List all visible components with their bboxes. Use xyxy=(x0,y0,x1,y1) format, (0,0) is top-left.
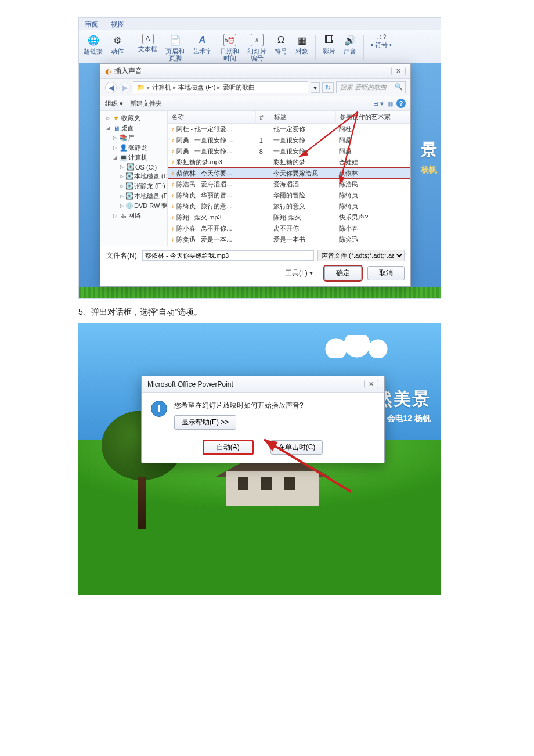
ribbon-symbol[interactable]: Ω 符号 xyxy=(272,34,290,62)
dialog-toolbar: 组织 ▾ 新建文件夹 ⊟ ▾ ▥ ? xyxy=(100,96,410,111)
dialog-question: 您希望在幻灯片放映时如何开始播放声音? xyxy=(174,401,375,411)
audio-file-icon: ♪ xyxy=(171,192,175,199)
tools-menu[interactable]: 工具(L) ▾ xyxy=(285,268,313,278)
symbol-icon: Ω xyxy=(275,34,287,46)
col-artist[interactable]: 参与创作的艺术家 xyxy=(335,111,410,124)
audio-file-icon: ♪ xyxy=(171,225,175,232)
col-title[interactable]: 标题 xyxy=(270,111,335,124)
forward-button[interactable]: ▶ xyxy=(119,82,131,93)
col-name[interactable]: 名称 xyxy=(168,111,256,124)
col-num[interactable]: # xyxy=(256,111,270,124)
file-row[interactable]: ♪陈小春 - 离不开你...离不开你陈小春 xyxy=(168,223,410,234)
cancel-button[interactable]: 取消 xyxy=(367,266,405,280)
refresh-button[interactable]: ↻ xyxy=(322,82,334,93)
file-row[interactable]: ♪阿杜 - 他一定很爱...他一定爱你阿杜 xyxy=(168,124,410,135)
ribbon-movie[interactable]: 🎞 影片 xyxy=(320,34,338,62)
folder-tree[interactable]: ▷★收藏夹◢🖥桌面▷📚库▷👤张静龙◢💻计算机▷💽OS (C:)▷💽本地磁盘 (D… xyxy=(100,111,168,246)
ribbon-action[interactable]: ⚙ 动作 xyxy=(109,34,126,62)
auto-button[interactable]: 自动(A) xyxy=(203,440,253,455)
tree-node[interactable]: ▷👤张静龙 xyxy=(102,143,166,153)
audio-file-icon: ♪ xyxy=(171,147,175,154)
help-icon[interactable]: ? xyxy=(396,99,406,108)
new-folder-button[interactable]: 新建文件夹 xyxy=(130,99,162,108)
audio-file-icon: ♪ xyxy=(171,159,175,165)
on-click-button[interactable]: 在单击时(C) xyxy=(270,440,323,455)
ribbon-datetime[interactable]: 5⏰ 日期和 时间 xyxy=(218,34,241,62)
action-icon: ⚙ xyxy=(111,34,124,46)
audio-file-icon: ♪ xyxy=(171,214,175,221)
slide-subtitle: : 会电12 杨帆 xyxy=(382,413,431,424)
file-row[interactable]: ♪阿桑 - 一直很安静 ...1一直很安静阿桑 xyxy=(168,135,410,146)
file-row[interactable]: ♪陈翔 - 烟火.mp3陈翔-烟火快乐男声? xyxy=(168,212,410,223)
insert-sound-dialog: ◐ 插入声音 ✕ ◀ ▶ 📁 计算机 本地磁盘 (F:) 爱听的歌曲 ▾ ↻ xyxy=(100,63,411,287)
cloud-decoration xyxy=(322,335,392,358)
dialog-title: Microsoft Office PowerPoint xyxy=(147,380,233,388)
tree-node[interactable]: ▷💽本地磁盘 (F:) xyxy=(102,191,166,201)
filename-label: 文件名(N): xyxy=(106,251,139,261)
file-list[interactable]: 名称 # 标题 参与创作的艺术家 ♪阿杜 - 他一定很爱...他一定爱你阿杜♪阿… xyxy=(168,111,410,246)
dialog-titlebar: ◐ 插入声音 ✕ xyxy=(100,64,410,79)
audio-file-icon: ♪ xyxy=(171,136,175,143)
search-icon: 🔍 xyxy=(395,83,403,91)
ribbon-sound[interactable]: 🔊 声音 xyxy=(341,34,359,62)
tab-view[interactable]: 视图 xyxy=(111,20,125,28)
tree-node[interactable]: ▷★收藏夹 xyxy=(102,113,166,123)
grass-decoration xyxy=(79,287,441,298)
file-row[interactable]: ♪陈绮贞 - 华丽的冒...华丽的冒险陈绮贞 xyxy=(168,190,410,201)
file-row[interactable]: ♪陈浩民 - 爱海滔滔...爱海滔滔陈浩民 xyxy=(168,179,410,190)
ribbon-headerfooter[interactable]: 📄 页眉和 页脚 xyxy=(163,34,187,62)
tree-node[interactable]: ▷💽张静龙 (E:) xyxy=(102,181,166,191)
ribbon-wordart[interactable]: A 艺术字 xyxy=(190,34,214,62)
app-icon: ◐ xyxy=(105,67,111,75)
file-row[interactable]: ♪蔡依林 - 今天你要...今天你要嫁给我蔡依林 xyxy=(168,168,410,179)
tab-review[interactable]: 审阅 xyxy=(85,20,99,28)
ribbon-object[interactable]: ▦ 对象 xyxy=(293,34,311,62)
tree-node[interactable]: ▷🖧网络 xyxy=(102,211,166,221)
dialog-footer: 文件名(N): 声音文件 (*.adts;*.adt;*.aac;*...) 工… xyxy=(100,246,410,286)
movie-icon: 🎞 xyxy=(323,34,335,46)
back-button[interactable]: ◀ xyxy=(105,82,117,93)
close-button[interactable]: ✕ xyxy=(364,380,378,388)
tree-node[interactable]: ▷💽本地磁盘 (D:) xyxy=(102,171,166,181)
file-row[interactable]: ♪阿桑 - 一直很安静...8一直很安静阿桑 xyxy=(168,146,410,157)
ribbon-slidenum[interactable]: # 幻灯片 编号 xyxy=(245,34,269,62)
ribbon-hyperlink[interactable]: 🌐 超链接 xyxy=(81,34,105,62)
view-mode-button[interactable]: ⊟ ▾ xyxy=(373,100,384,107)
screenshot-auto-dialog: 然美景 : 会电12 杨帆 Microsoft Office PowerPoin… xyxy=(78,323,441,595)
slide-background: 景 杨帆 ◐ 插入声音 ✕ ◀ ▶ 📁 计算机 本地磁盘 (F:) 爱 xyxy=(79,63,441,298)
tree-node[interactable]: ◢💻计算机 xyxy=(102,153,166,163)
slide-title-fragment: 景 xyxy=(421,139,437,161)
address-bar: ◀ ▶ 📁 计算机 本地磁盘 (F:) 爱听的歌曲 ▾ ↻ 搜索 爱听的歌曲 🔍 xyxy=(100,79,410,96)
screenshot-insert-sound-dialog: 审阅 视图 🌐 超链接 ⚙ 动作 A 文本框 📄 页眉和 页脚 A xyxy=(78,17,441,299)
dialog-titlebar: Microsoft Office PowerPoint ✕ xyxy=(142,376,384,393)
search-input[interactable]: 搜索 爱听的歌曲 🔍 xyxy=(336,81,406,93)
ribbon-symbols-group[interactable]: , : ? • 符号 • xyxy=(369,34,394,62)
file-row[interactable]: ♪彩虹糖的梦.mp3彩虹糖的梦金娃娃 xyxy=(168,157,410,168)
step-caption: 5、弹出对话框，选择“自动”选项。 xyxy=(78,307,534,318)
slidenum-icon: # xyxy=(251,34,264,46)
dialog-title: 插入声音 xyxy=(114,66,142,76)
ribbon-tabs: 审阅 视图 xyxy=(79,18,441,30)
close-button[interactable]: ✕ xyxy=(391,67,406,75)
file-row[interactable]: ♪陈奕迅 - 爱是一本...爱是一本书陈奕迅 xyxy=(168,234,410,245)
audio-file-icon: ♪ xyxy=(171,170,175,177)
audio-file-icon: ♪ xyxy=(171,203,175,210)
ok-button[interactable]: 确定 xyxy=(324,266,362,280)
file-filter-select[interactable]: 声音文件 (*.adts;*.adt;*.aac;*...) xyxy=(317,250,405,261)
tree-node[interactable]: ▷💿DVD RW 驱动 xyxy=(102,201,166,211)
slide-subtitle-fragment: 杨帆 xyxy=(421,165,437,175)
tree-node[interactable]: ▷💽OS (C:) xyxy=(102,163,166,171)
breadcrumb[interactable]: 📁 计算机 本地磁盘 (F:) 爱听的歌曲 xyxy=(133,81,308,93)
headerfooter-icon: 📄 xyxy=(169,34,182,46)
preview-pane-button[interactable]: ▥ xyxy=(387,100,393,107)
show-help-button[interactable]: 显示帮助(E) >> xyxy=(174,415,236,430)
filename-input[interactable] xyxy=(142,250,314,261)
organize-menu[interactable]: 组织 ▾ xyxy=(105,99,123,108)
ribbon-textbox[interactable]: A 文本框 xyxy=(136,34,160,62)
audio-file-icon: ♪ xyxy=(171,181,175,188)
audio-file-icon: ♪ xyxy=(171,125,175,132)
file-row[interactable]: ♪陈绮贞 - 旅行的意...旅行的意义陈绮贞 xyxy=(168,201,410,212)
tree-node[interactable]: ◢🖥桌面 xyxy=(102,123,166,133)
datetime-icon: 5⏰ xyxy=(223,34,236,46)
tree-node[interactable]: ▷📚库 xyxy=(102,133,166,143)
